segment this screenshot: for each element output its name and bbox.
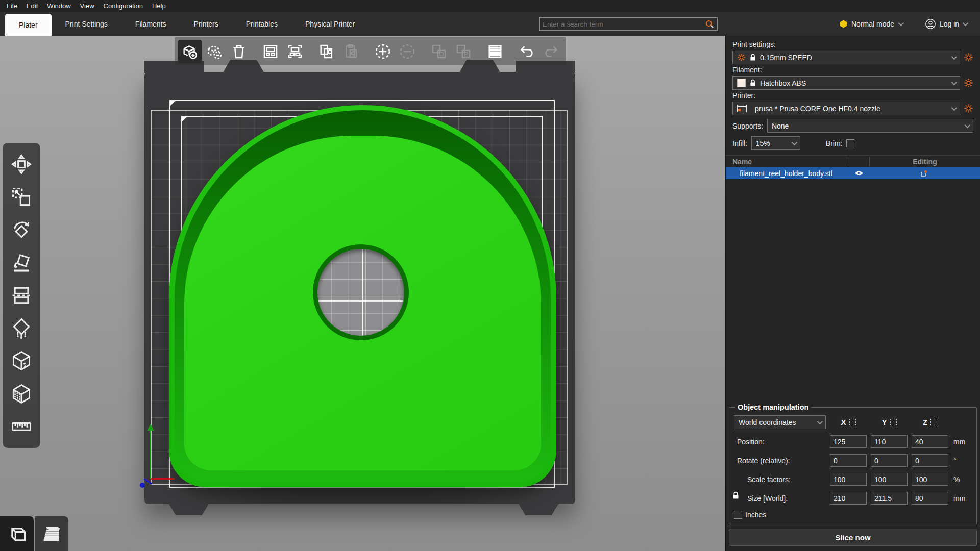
arrange-current-bed-button[interactable]: [283, 40, 307, 63]
variable-layer-height-button[interactable]: [483, 40, 507, 63]
scale-tool-button[interactable]: [8, 184, 35, 210]
edit-object-icon[interactable]: [919, 169, 929, 178]
print-settings-value: 0.15mm SPEED: [760, 54, 812, 62]
filament-combo[interactable]: Hatchbox ABS: [732, 76, 960, 90]
user-icon: [925, 18, 936, 30]
login-label: Log in: [940, 20, 959, 28]
menu-edit[interactable]: Edit: [22, 0, 42, 12]
tab-printables[interactable]: Printables: [232, 12, 291, 36]
filament-label: Filament:: [732, 66, 973, 74]
printer-label: Printer:: [732, 91, 973, 99]
place-on-face-tool-button[interactable]: [8, 249, 35, 276]
search-input[interactable]: [543, 20, 705, 28]
redo-button[interactable]: [540, 40, 563, 63]
tab-print-settings[interactable]: Print Settings: [52, 12, 121, 36]
axis-header-y: Y: [871, 418, 908, 427]
print-settings-gear-button[interactable]: [964, 53, 973, 62]
axis-y-icon[interactable]: [890, 419, 897, 425]
seam-painting-tool-button[interactable]: [8, 347, 35, 374]
scale-z-input[interactable]: [912, 473, 948, 486]
move-tool-button[interactable]: [8, 151, 35, 178]
infill-combo[interactable]: 15%: [751, 136, 800, 150]
rotate-y-input[interactable]: [871, 454, 908, 467]
brim-checkbox[interactable]: [846, 139, 854, 147]
supports-label: Supports:: [732, 122, 763, 130]
tab-physical-printer[interactable]: Physical Printer: [291, 12, 369, 36]
tab-filaments[interactable]: Filaments: [121, 12, 180, 36]
position-z-input[interactable]: [912, 435, 948, 448]
scale-x-input[interactable]: [830, 473, 867, 486]
split-to-objects-button[interactable]: O: [427, 40, 451, 63]
tab-plater[interactable]: Plater: [5, 14, 52, 36]
add-object-button[interactable]: [178, 40, 202, 63]
multimaterial-painting-tool-button[interactable]: [8, 381, 35, 407]
remove-instance-button[interactable]: [396, 40, 419, 63]
column-name-header: Name: [726, 158, 752, 166]
object-manipulation-title: Object manipulation: [735, 403, 811, 411]
bed-mark-arrow: [182, 117, 187, 121]
printer-combo[interactable]: prusa * Prusa CORE One HF0.4 nozzle: [732, 102, 960, 115]
slice-now-button[interactable]: Slice now: [729, 529, 977, 546]
paint-supports-tool-button[interactable]: [8, 315, 35, 341]
svg-text:P: P: [464, 51, 468, 57]
mode-selector[interactable]: Normal mode: [840, 17, 902, 31]
menu-configuration[interactable]: Configuration: [99, 0, 148, 12]
login-button[interactable]: Log in: [925, 17, 967, 31]
tab-printers[interactable]: Printers: [180, 12, 232, 36]
uniform-scale-lock-icon[interactable]: [732, 491, 739, 499]
measure-tool-button[interactable]: [8, 413, 35, 440]
rotate-unit: °: [952, 457, 972, 465]
axis-x: [151, 478, 175, 480]
viewport-3d[interactable]: O P: [0, 36, 725, 551]
rotate-x-input[interactable]: [830, 454, 867, 467]
size-label: Size [World]:: [734, 494, 826, 503]
rotate-z-input[interactable]: [912, 454, 948, 467]
menu-view[interactable]: View: [76, 0, 99, 12]
preview-view-button[interactable]: [35, 516, 68, 551]
scale-label: Scale factors:: [734, 475, 826, 484]
axis-x-icon[interactable]: [849, 419, 856, 425]
size-z-input[interactable]: [912, 492, 948, 505]
size-x-input[interactable]: [830, 492, 867, 505]
size-unit: mm: [952, 494, 972, 503]
infill-value: 15%: [756, 139, 770, 147]
supports-combo[interactable]: None: [767, 119, 973, 133]
search-box[interactable]: [539, 17, 718, 31]
coordinate-system-value: World coordinates: [739, 418, 796, 427]
chevron-down-icon: [951, 105, 957, 110]
undo-button[interactable]: [515, 40, 538, 63]
object-list-empty-area: [726, 179, 980, 403]
menu-window[interactable]: Window: [42, 0, 75, 12]
toolbar-top: O P: [175, 37, 566, 65]
printer-gear-button[interactable]: [964, 104, 973, 113]
visibility-eye-icon[interactable]: [854, 170, 864, 177]
split-to-parts-button[interactable]: P: [452, 40, 475, 63]
cut-tool-button[interactable]: [8, 282, 35, 309]
object-list-row-selected[interactable]: filament_reel_holder_body.stl: [726, 167, 980, 179]
axis-z-icon[interactable]: [930, 419, 937, 425]
editor-view-button[interactable]: [0, 516, 34, 551]
scale-y-input[interactable]: [871, 473, 908, 486]
inches-checkbox[interactable]: [734, 511, 742, 519]
add-instance-button[interactable]: [371, 40, 395, 63]
gear-icon: [737, 53, 746, 62]
search-icon[interactable]: [705, 19, 714, 29]
rotate-tool-button[interactable]: [8, 217, 35, 243]
axis-header-z: Z: [912, 418, 948, 427]
arrange-button[interactable]: [259, 40, 282, 63]
print-settings-combo[interactable]: 0.15mm SPEED: [732, 51, 960, 64]
size-y-input[interactable]: [871, 492, 908, 505]
inches-label: Inches: [745, 511, 766, 519]
filament-gear-button[interactable]: [964, 78, 973, 88]
menu-help[interactable]: Help: [148, 0, 170, 12]
paste-button[interactable]: [339, 40, 363, 63]
supports-value: None: [772, 122, 789, 130]
coordinate-system-combo[interactable]: World coordinates: [734, 415, 826, 429]
copy-button[interactable]: [315, 40, 338, 63]
delete-object-button[interactable]: [203, 40, 226, 63]
position-x-input[interactable]: [830, 435, 867, 448]
tab-bar: Plater Print Settings Filaments Printers…: [0, 12, 980, 36]
position-y-input[interactable]: [871, 435, 908, 448]
menu-file[interactable]: File: [2, 0, 22, 12]
delete-all-button[interactable]: [227, 40, 251, 63]
